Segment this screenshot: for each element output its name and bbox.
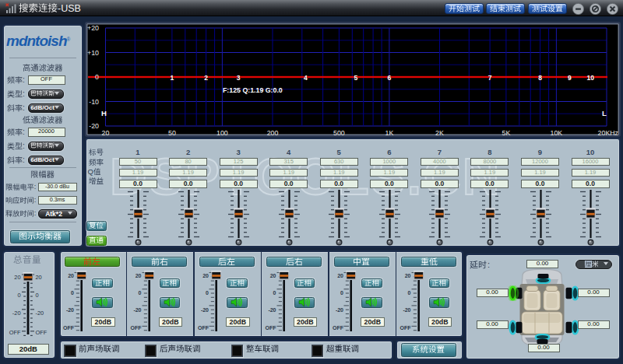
- svg-text:5K: 5K: [502, 129, 511, 136]
- svg-text:2: 2: [204, 74, 208, 82]
- svg-text:5: 5: [354, 74, 358, 82]
- svg-text:200: 200: [267, 129, 279, 136]
- svg-text:OFF: OFF: [36, 329, 48, 336]
- svg-text:3: 3: [237, 74, 241, 82]
- svg-text:50: 50: [168, 129, 176, 136]
- svg-text:1K: 1K: [385, 129, 394, 136]
- svg-text:1: 1: [171, 74, 174, 82]
- svg-text:-20: -20: [12, 310, 21, 317]
- svg-text:100: 100: [216, 129, 228, 136]
- svg-text:+10: +10: [87, 49, 99, 57]
- svg-text:OFF: OFF: [9, 329, 21, 336]
- svg-text:20: 20: [36, 274, 42, 281]
- svg-text:7: 7: [488, 74, 492, 82]
- svg-text:0: 0: [95, 73, 99, 81]
- svg-text:10K: 10K: [551, 129, 563, 136]
- svg-text:9: 9: [568, 74, 572, 82]
- svg-text:500: 500: [333, 129, 345, 136]
- svg-text:20: 20: [14, 274, 20, 281]
- svg-text:-20: -20: [89, 122, 99, 130]
- svg-text:10: 10: [586, 74, 594, 82]
- svg-text:0: 0: [17, 292, 20, 299]
- svg-text:+20: +20: [87, 24, 99, 32]
- svg-text:-20: -20: [36, 310, 44, 317]
- svg-text:20KHz: 20KHz: [598, 129, 618, 136]
- svg-text:2K: 2K: [435, 129, 444, 136]
- svg-text:H: H: [101, 109, 107, 117]
- svg-text:8: 8: [538, 74, 542, 82]
- svg-text:-10: -10: [89, 98, 99, 106]
- svg-text:F:125 Q:1.19 G:0.0: F:125 Q:1.19 G:0.0: [223, 86, 283, 94]
- svg-text:L: L: [602, 109, 607, 117]
- svg-text:6: 6: [388, 74, 392, 82]
- svg-text:4: 4: [304, 74, 308, 82]
- svg-text:0: 0: [36, 292, 39, 299]
- svg-text:20: 20: [102, 129, 110, 136]
